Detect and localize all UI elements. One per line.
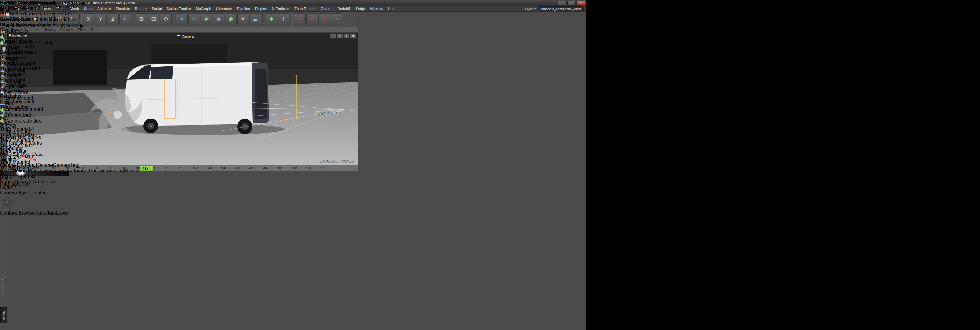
expand-toggle[interactable]: + — [0, 124, 3, 129]
object-row-ceiling[interactable]: ▲ceiling — [0, 73, 138, 78]
am-back-icon[interactable]: ◀ — [0, 157, 4, 162]
object-icon: ▲ — [0, 78, 5, 84]
thea-render-button[interactable]: T — [278, 13, 290, 25]
object-manager-menu-objects[interactable]: Objects — [27, 17, 43, 22]
add-cube-button[interactable]: ■ — [176, 13, 188, 25]
add-camera-button[interactable]: ◉ — [225, 13, 237, 25]
render-region-button[interactable]: ◼ — [6, 12, 10, 17]
octane-liveviewer-button[interactable]: ● — [0, 12, 3, 17]
expand-toggle[interactable]: + — [0, 146, 3, 151]
render-settings-button[interactable]: ⚙ — [160, 13, 172, 25]
c4d-menu-sculpt[interactable]: Sculpt — [149, 6, 164, 12]
psr-position-icon[interactable]: ▣ — [0, 5, 5, 11]
octane-render-button[interactable]: ● — [294, 13, 305, 25]
timeline-tick: 380 — [277, 166, 283, 170]
rotate-view-icon[interactable]: ↻ — [344, 33, 350, 38]
attributes-menu-user-data[interactable]: User Data — [21, 151, 43, 157]
octane-node-button[interactable]: ● — [3, 12, 6, 17]
name-input[interactable]: OctaneCameraTag — [14, 179, 55, 184]
c4d-menu-motion-tracker[interactable]: Motion Tracker — [164, 6, 193, 12]
zoom-view-icon[interactable]: ○ — [337, 33, 343, 38]
psr-rotation-icon[interactable]: ⊞ — [11, 5, 15, 11]
object-row-back-wall[interactable]: ▲back wall — [0, 67, 138, 73]
attributes-menu-mode[interactable]: Mode — [0, 151, 12, 157]
expand-toggle[interactable]: + — [0, 140, 3, 145]
psr-world-icon[interactable]: ◐ — [16, 5, 19, 11]
object-row-scene[interactable]: +◌Scene — [0, 51, 138, 57]
object-icon: ◌ — [3, 140, 6, 145]
search-next-button[interactable]: ▶ — [80, 23, 84, 28]
layout-select[interactable]: channels_essentials (User) — [538, 6, 584, 11]
object-row-walls[interactable]: −◌Walls — [0, 57, 138, 62]
object-row-sprinter[interactable]: +◌Sprinter — [0, 146, 138, 151]
octane-restart-button[interactable]: ● — [306, 13, 318, 25]
xparticles-button[interactable]: ✱ — [266, 13, 277, 25]
add-deformer-button[interactable]: ◆ — [213, 13, 224, 25]
dock-tab-content-browser[interactable]: Content Browser — [0, 210, 36, 215]
layout-switcher[interactable]: Layout: channels_essentials (User) — [525, 6, 586, 11]
attributes-tab-post-processing[interactable]: Post processing — [89, 168, 124, 173]
octane-settings-button[interactable]: ● — [318, 13, 330, 25]
c4d-menu-script[interactable]: Script — [353, 6, 368, 12]
object-manager-menu-view[interactable]: View — [16, 17, 27, 22]
dock-tab-structure[interactable]: Structure — [36, 210, 56, 215]
attributes-menu-edit[interactable]: Edit — [12, 151, 21, 157]
am-panel-icon[interactable]: ⊞ — [12, 157, 16, 162]
octane-stop-button[interactable]: × — [331, 13, 342, 25]
expand-toggle[interactable]: − — [0, 129, 3, 134]
maximize-view-icon[interactable]: ▣ — [350, 33, 356, 38]
c4d-minimize-button[interactable]: – — [558, 1, 566, 5]
object-manager-menu-file[interactable]: File — [0, 17, 8, 22]
search-prev-button[interactable]: ◀ — [5, 23, 8, 28]
object-row-octanesky[interactable]: ☼OctaneSky — [0, 29, 138, 34]
object-row-window-wall[interactable]: ▲window wall — [0, 62, 138, 67]
c4d-menu-thea-render[interactable]: Thea Render — [292, 6, 318, 12]
search-input[interactable]: <Enter your search string here> — [10, 23, 79, 28]
object-row-camera-by-table-stop[interactable]: ◉Camera by table - stop — [0, 40, 138, 46]
c4d-menu-octane[interactable]: Octane — [318, 6, 335, 12]
attributes-menu-items: ModeEditUser Data — [0, 151, 138, 157]
object-manager-menu-tags[interactable]: Tags — [43, 17, 54, 22]
object-manager-menu-bookmarks[interactable]: Bookmarks — [54, 17, 78, 22]
current-frame-marker[interactable]: 192 — [140, 166, 154, 171]
expand-toggle[interactable]: − — [0, 57, 3, 62]
expand-toggle[interactable]: + — [0, 135, 3, 140]
object-row-camera[interactable]: ◉Camera — [0, 34, 138, 40]
object-row-room[interactable]: +■Room — [0, 46, 138, 51]
c4d-menu-mograph[interactable]: MoGraph — [194, 6, 214, 12]
object-icon: ■ — [3, 46, 6, 51]
c4d-maximize-button[interactable]: □ — [567, 1, 576, 5]
c4d-menu-pipeline[interactable]: Pipeline — [234, 6, 253, 12]
expand-toggle[interactable]: + — [0, 46, 3, 51]
c4d-menu-plugins[interactable]: Plugins — [253, 6, 269, 12]
c4d-menu-x-particles[interactable]: X-Particles — [269, 6, 292, 12]
section-header: Basic Properties — [0, 174, 138, 179]
psr-scale-icon[interactable]: ◨ — [5, 5, 10, 11]
object-icon: ◉ — [0, 40, 4, 45]
pan-view-icon[interactable]: + — [330, 33, 336, 38]
attributes-tab-thinlens[interactable]: Thinlens — [37, 168, 55, 173]
dock-tab-layer[interactable]: Layer — [56, 210, 68, 215]
add-sky-button[interactable]: ☁ — [250, 13, 261, 25]
attributes-tab-camera-imager[interactable]: Camera Imager — [55, 168, 89, 173]
add-generator-button[interactable]: ◈ — [200, 13, 212, 25]
add-light-button[interactable]: ☀ — [237, 13, 249, 25]
camera-type-select[interactable]: Thinlens — [30, 190, 49, 195]
object-row-left-wall[interactable]: ▲left wall — [0, 78, 138, 84]
object-manager-menu-edit[interactable]: Edit — [8, 17, 16, 22]
attributes-tab-motion-blur[interactable]: Motion Blur — [12, 168, 37, 173]
render-picture-viewer-button[interactable]: ▤ — [148, 13, 159, 25]
expand-toggle[interactable]: + — [0, 51, 3, 56]
c4d-menu-character[interactable]: Character — [214, 6, 235, 12]
attributes-tab-basic[interactable]: Basic — [0, 168, 12, 173]
object-label: Camera animated — [4, 107, 43, 112]
am-forward-icon[interactable]: ▶ — [4, 157, 7, 162]
c4d-menu-window[interactable]: Window — [368, 6, 386, 12]
c4d-menu-redshift[interactable]: Redshift — [335, 6, 353, 12]
add-spline-button[interactable]: ✎ — [188, 13, 200, 25]
expand-toggle[interactable]: − — [0, 95, 3, 100]
c4d-close-button[interactable]: × — [576, 1, 585, 5]
attributes-tab-stereo[interactable]: Stereo — [124, 168, 138, 173]
c4d-menu-help[interactable]: Help — [386, 6, 398, 12]
am-lock-icon[interactable]: ▣ — [8, 157, 12, 162]
